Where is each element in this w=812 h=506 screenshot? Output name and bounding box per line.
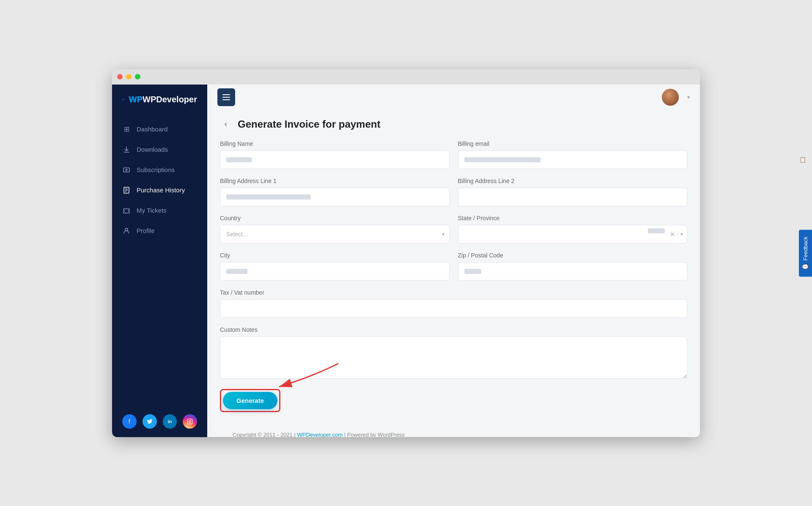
wp-logo-icon — [122, 93, 125, 107]
generate-button[interactable]: Generate — [223, 392, 277, 409]
sidebar-nav: ⊞ Dashboard Downloads — [112, 115, 207, 406]
billing-name-group: Billing Name 📋 — [220, 140, 450, 169]
state-clear-icon[interactable]: ✕ — [670, 231, 675, 238]
city-label: City — [220, 252, 450, 259]
sidebar-item-label: Subscriptions — [137, 166, 175, 173]
billing-address1-group: Billing Address Line 1 — [220, 178, 450, 206]
main-content: ▾ ‹ Generate Invoice for payment Billing… — [207, 85, 700, 437]
country-select-wrapper: Select... ▾ — [220, 225, 450, 243]
downloads-icon — [122, 145, 131, 154]
feedback-tab[interactable]: 💬 Feedback — [799, 230, 812, 276]
facebook-link[interactable]: f — [122, 414, 137, 429]
profile-icon — [122, 227, 131, 235]
sidebar-item-label: My Tickets — [137, 207, 167, 214]
country-label: Country — [220, 215, 450, 222]
footer-suffix: | Powered by WordPress — [344, 432, 405, 437]
sidebar-item-profile[interactable]: Profile — [112, 221, 207, 241]
svg-rect-8 — [187, 419, 192, 424]
sidebar-item-label: Downloads — [137, 146, 168, 153]
brand-name: WPWPDeveloper — [129, 95, 197, 104]
dashboard-icon: ⊞ — [122, 125, 131, 134]
svg-rect-1 — [123, 168, 129, 172]
notes-textarea-wrapper — [220, 336, 687, 380]
sidebar-item-label: Dashboard — [137, 126, 167, 133]
notes-textarea[interactable] — [220, 336, 687, 379]
page-content: ‹ Generate Invoice for payment Billing N… — [207, 110, 700, 437]
state-input[interactable] — [458, 225, 688, 243]
footer-link[interactable]: WPDeveloper.com — [297, 432, 343, 437]
twitter-link[interactable] — [143, 414, 157, 429]
notes-label: Custom Notes — [220, 326, 687, 333]
country-select[interactable]: Select... — [220, 225, 450, 243]
generate-btn-highlight: Generate — [220, 389, 280, 412]
tax-group: Tax / Vat number — [220, 289, 687, 318]
sidebar: WPWPDeveloper ⊞ Dashboard Downloads — [112, 85, 207, 437]
topbar: ▾ — [207, 85, 700, 110]
svg-point-9 — [189, 420, 191, 422]
back-button[interactable]: ‹ — [220, 118, 232, 130]
state-label: State / Province — [458, 215, 688, 222]
instagram-link[interactable] — [183, 414, 197, 429]
footer: Copyright © 2011 - 2021 | WPDeveloper.co… — [220, 425, 687, 437]
state-group: State / Province ✕ ▾ — [458, 215, 688, 243]
titlebar — [112, 69, 700, 85]
linkedin-link[interactable]: in — [163, 414, 177, 429]
billing-email-group: Billing email — [458, 140, 688, 169]
billing-address1-label: Billing Address Line 1 — [220, 178, 450, 184]
maximize-button[interactable] — [135, 74, 140, 79]
feedback-label: Feedback — [802, 236, 809, 260]
state-chevron-icon[interactable]: ▾ — [680, 231, 683, 237]
billing-email-label: Billing email — [458, 140, 688, 147]
invoice-form: Billing Name 📋 Billing email — [220, 140, 687, 412]
user-menu[interactable]: ▾ — [662, 89, 690, 106]
sidebar-item-dashboard[interactable]: ⊞ Dashboard — [112, 119, 207, 139]
minimize-button[interactable] — [126, 74, 132, 79]
close-button[interactable] — [117, 74, 123, 79]
tickets-icon — [122, 206, 131, 215]
subscriptions-icon — [122, 166, 131, 174]
country-group: Country Select... ▾ — [220, 215, 450, 243]
copyright-text: Copyright © 2011 - 2021 | — [233, 432, 296, 437]
page-header: ‹ Generate Invoice for payment — [220, 118, 687, 130]
sidebar-item-my-tickets[interactable]: My Tickets — [112, 200, 207, 221]
svg-point-2 — [126, 169, 127, 171]
avatar — [662, 89, 679, 106]
hamburger-icon — [222, 94, 230, 100]
svg-point-7 — [125, 228, 128, 231]
page-title: Generate Invoice for payment — [238, 118, 380, 130]
hamburger-button[interactable] — [217, 88, 235, 106]
sidebar-item-downloads[interactable]: Downloads — [112, 139, 207, 160]
purchase-history-icon — [122, 186, 131, 194]
sidebar-item-label: Purchase History — [137, 186, 185, 194]
billing-address2-group: Billing Address Line 2 — [458, 178, 688, 206]
svg-point-10 — [191, 420, 192, 420]
city-group: City — [220, 252, 450, 281]
feedback-icon: 💬 — [802, 263, 809, 270]
chevron-down-icon: ▾ — [687, 94, 690, 100]
svg-point-0 — [123, 99, 123, 99]
zip-group: Zip / Postal Code — [458, 252, 688, 281]
social-links: f in — [112, 406, 207, 437]
logo: WPWPDeveloper — [112, 85, 207, 115]
billing-name-label: Billing Name — [220, 140, 450, 147]
sidebar-item-purchase-history[interactable]: Purchase History — [112, 180, 207, 200]
sidebar-item-label: Profile — [137, 227, 155, 234]
notes-group: Custom Notes — [220, 326, 687, 380]
billing-address2-label: Billing Address Line 2 — [458, 178, 688, 184]
tax-label: Tax / Vat number — [220, 289, 687, 296]
sidebar-item-subscriptions[interactable]: Subscriptions — [112, 160, 207, 180]
zip-label: Zip / Postal Code — [458, 252, 688, 259]
